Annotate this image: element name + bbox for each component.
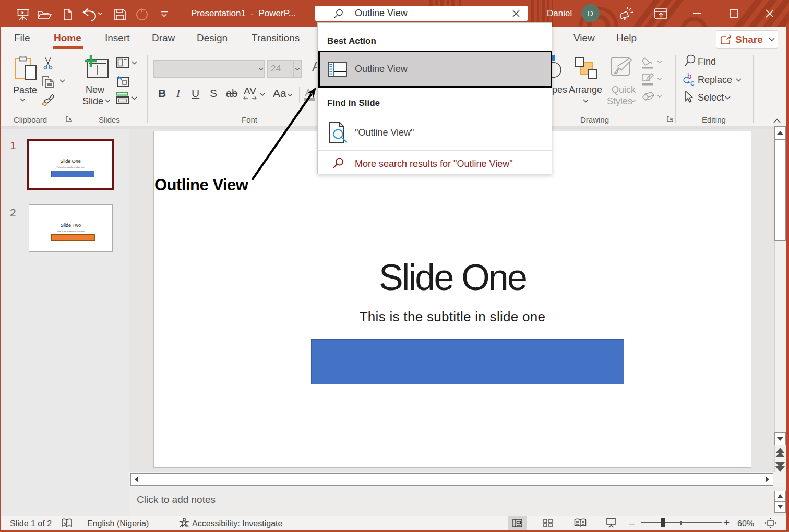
- svg-text:c: c: [690, 78, 695, 86]
